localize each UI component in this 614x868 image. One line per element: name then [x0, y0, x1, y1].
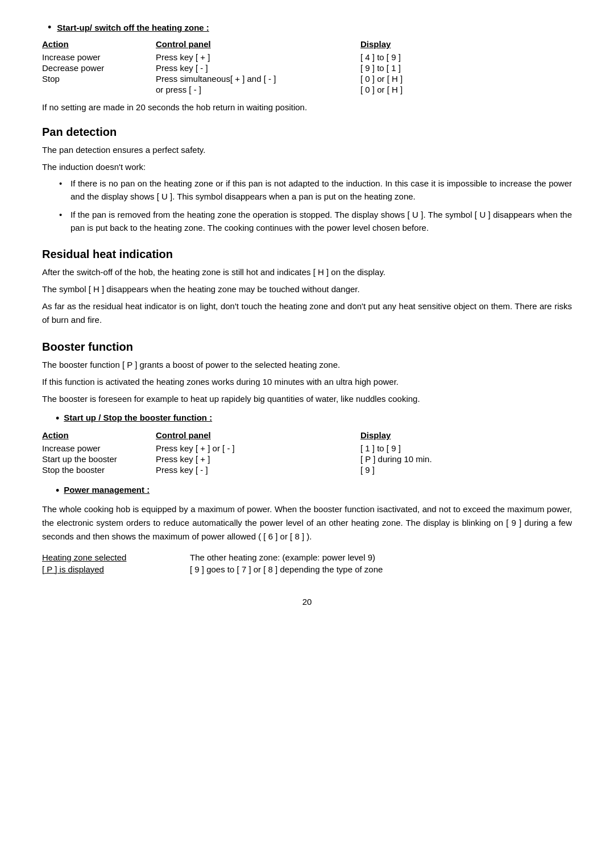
table1-action-0: Increase power	[42, 52, 156, 62]
table1-row-3: or press [ - ] [ 0 ] or [ H ]	[42, 85, 572, 94]
table2-row-2: Stop the booster Press key [ - ] [ 9 ]	[42, 465, 572, 475]
pan-detection-section: Pan detection The pan detection ensures …	[42, 126, 572, 234]
startup-title: Start-up/ switch off the heating zone :	[57, 23, 209, 32]
booster-line3: The booster is foreseen for example to h…	[42, 392, 572, 406]
table1-row-0: Increase power Press key [ + ] [ 4 ] to …	[42, 52, 572, 62]
table1: Action Control panel Display Increase po…	[42, 39, 572, 94]
page: • Start-up/ switch off the heating zone …	[0, 0, 614, 868]
pan-detection-title: Pan detection	[42, 126, 572, 139]
waiting-note: If no setting are made in 20 seconds the…	[42, 102, 572, 112]
booster-section: Booster function The booster function [ …	[42, 340, 572, 574]
bottom-table-row-1: [ P ] is displayed [ 9 ] goes to [ 7 ] o…	[42, 564, 572, 574]
table1-display-3: [ 0 ] or [ H ]	[360, 85, 572, 94]
pan-detection-intro: The pan detection ensures a perfect safe…	[42, 143, 572, 174]
booster-sub-title: Start up / Stop the booster function :	[64, 413, 212, 422]
table1-control-1: Press key [ - ]	[156, 63, 360, 73]
pan-bullet-0: If there is no pan on the heating zone o…	[59, 177, 572, 203]
residual-heat-title: Residual heat indication	[42, 248, 572, 261]
booster-line1: The booster function [ P ] grants a boos…	[42, 358, 572, 372]
booster-title: Booster function	[42, 340, 572, 354]
power-mgmt-text: The whole cooking hob is equipped by a m…	[42, 502, 572, 543]
page-number: 20	[42, 597, 572, 607]
table1-display-1: [ 9 ] to [ 1 ]	[360, 63, 572, 73]
table1-row-2: Stop Press simultaneous[ + ] and [ - ] […	[42, 74, 572, 84]
residual-heat-line2: The symbol [ H ] disappears when the hea…	[42, 283, 572, 296]
pan-intro-line1: The pan detection ensures a perfect safe…	[42, 143, 572, 157]
table2-action-2: Stop the booster	[42, 465, 156, 475]
bottom-left-0: Heating zone selected	[42, 553, 190, 562]
table1-display-0: [ 4 ] to [ 9 ]	[360, 52, 572, 62]
residual-heat-line3: As far as the residual heat indicator is…	[42, 300, 572, 327]
table1-action-2: Stop	[42, 74, 156, 84]
power-mgmt-title: Power management :	[64, 485, 150, 495]
table2-control-0: Press key [ + ] or [ - ]	[156, 443, 360, 453]
sub-bullet-dot: •	[56, 413, 59, 425]
pan-bullet-1: If the pan is removed from the heating z…	[59, 209, 572, 234]
table1-header-row: Action Control panel Display	[42, 39, 572, 51]
bottom-table-row-0: Heating zone selected The other heating …	[42, 553, 572, 562]
table2-display-header: Display	[360, 430, 572, 440]
table1-display-header: Display	[360, 39, 572, 49]
table1-action-header: Action	[42, 39, 156, 49]
table1-row-1: Decrease power Press key [ - ] [ 9 ] to …	[42, 63, 572, 73]
table1-display-2: [ 0 ] or [ H ]	[360, 74, 572, 84]
bottom-right-0: The other heating zone: (example: power …	[190, 553, 572, 562]
power-bullet-dot: •	[56, 485, 59, 497]
residual-heat-section: Residual heat indication After the switc…	[42, 248, 572, 327]
bullet-dot-1: •	[48, 22, 51, 34]
table2-row-0: Increase power Press key [ + ] or [ - ] …	[42, 443, 572, 453]
bullet-header-startup: • Start-up/ switch off the heating zone …	[48, 23, 572, 34]
power-mgmt-bullet-header: • Power management :	[56, 485, 572, 497]
table1-control-0: Press key [ + ]	[156, 52, 360, 62]
table2-row-1: Start up the booster Press key [ + ] [ P…	[42, 454, 572, 464]
table2-control-header: Control panel	[156, 430, 360, 440]
pan-detection-bullets: If there is no pan on the heating zone o…	[59, 177, 572, 234]
table2-header-row: Action Control panel Display	[42, 430, 572, 442]
table2: Action Control panel Display Increase po…	[42, 430, 572, 475]
table1-control-header: Control panel	[156, 39, 360, 49]
table2-action-1: Start up the booster	[42, 454, 156, 464]
booster-sub-bullet-header: • Start up / Stop the booster function :	[56, 413, 572, 425]
bottom-left-1: [ P ] is displayed	[42, 564, 190, 574]
table1-action-1: Decrease power	[42, 63, 156, 73]
table2-action-header: Action	[42, 430, 156, 440]
table2-display-1: [ P ] during 10 min.	[360, 454, 572, 464]
table2-display-2: [ 9 ]	[360, 465, 572, 475]
table2-display-0: [ 1 ] to [ 9 ]	[360, 443, 572, 453]
pan-intro-line2: The induction doesn't work:	[42, 160, 572, 174]
table2-control-1: Press key [ + ]	[156, 454, 360, 464]
table1-control-2: Press simultaneous[ + ] and [ - ]	[156, 74, 360, 84]
table2-action-0: Increase power	[42, 443, 156, 453]
table1-control-3: or press [ - ]	[156, 85, 360, 94]
bottom-right-1: [ 9 ] goes to [ 7 ] or [ 8 ] depending t…	[190, 564, 572, 574]
table2-control-2: Press key [ - ]	[156, 465, 360, 475]
booster-line2: If this function is activated the heatin…	[42, 375, 572, 389]
residual-heat-line1: After the switch-off of the hob, the hea…	[42, 265, 572, 279]
bottom-table: Heating zone selected The other heating …	[42, 553, 572, 574]
